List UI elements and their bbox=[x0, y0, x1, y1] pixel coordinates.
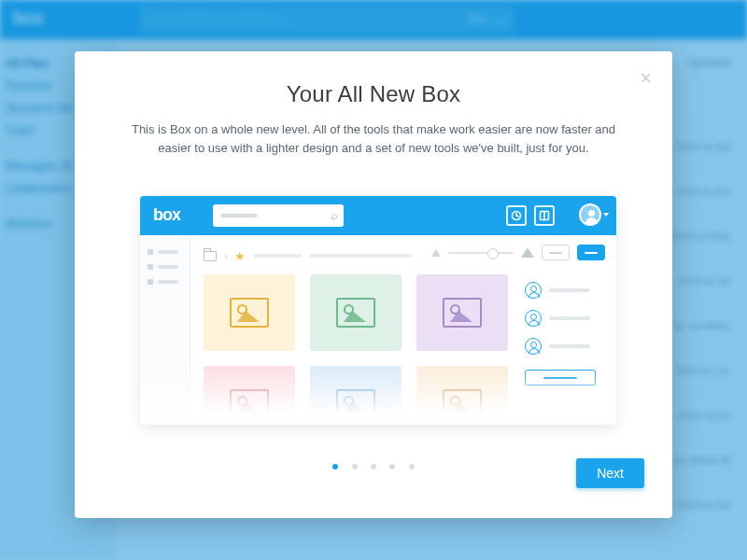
clock-icon bbox=[506, 205, 527, 226]
user-icon bbox=[525, 282, 542, 299]
step-dot-1[interactable] bbox=[332, 464, 338, 469]
panel-icon bbox=[534, 205, 555, 226]
next-button[interactable]: Next bbox=[576, 458, 644, 488]
list-view-icon bbox=[542, 245, 570, 260]
image-icon bbox=[443, 298, 482, 328]
image-icon bbox=[230, 298, 269, 328]
preview-logo: box bbox=[153, 205, 180, 225]
preview-topbar: box ⌕ bbox=[140, 196, 616, 235]
preview-sidebar bbox=[140, 235, 190, 425]
chevron-down-icon bbox=[603, 213, 609, 217]
image-icon bbox=[336, 389, 375, 419]
preview-grid bbox=[204, 274, 512, 425]
step-dot-3[interactable] bbox=[371, 464, 376, 469]
preview-invite-button bbox=[525, 370, 596, 385]
step-dot-2[interactable] bbox=[352, 464, 358, 469]
preview-tile bbox=[416, 274, 508, 351]
preview-toolbar bbox=[431, 245, 605, 260]
product-preview: box ⌕ › ★ bbox=[140, 196, 616, 425]
preview-person bbox=[525, 338, 599, 355]
image-icon bbox=[230, 389, 269, 419]
image-icon bbox=[336, 298, 375, 328]
user-icon bbox=[525, 338, 542, 355]
preview-person bbox=[525, 310, 599, 327]
user-icon bbox=[525, 310, 542, 327]
modal-body-text: This is Box on a whole new level. All of… bbox=[131, 120, 616, 158]
avatar-icon bbox=[579, 203, 601, 226]
preview-side-item bbox=[140, 259, 190, 274]
preview-tile bbox=[204, 274, 295, 351]
chevron-right-icon: › bbox=[224, 251, 227, 261]
thumbnail-small-icon bbox=[431, 249, 441, 257]
preview-tile bbox=[416, 366, 508, 425]
grid-view-icon bbox=[577, 245, 605, 260]
star-icon: ★ bbox=[234, 249, 246, 263]
preview-search-field: ⌕ bbox=[213, 204, 344, 227]
folder-icon bbox=[204, 251, 217, 261]
preview-person bbox=[525, 282, 599, 299]
preview-tile bbox=[310, 366, 402, 425]
step-dot-5[interactable] bbox=[409, 464, 415, 469]
step-dot-4[interactable] bbox=[389, 464, 395, 469]
search-icon: ⌕ bbox=[331, 208, 338, 222]
zoom-slider bbox=[448, 252, 514, 254]
preview-side-item bbox=[140, 274, 190, 289]
preview-people-list bbox=[525, 282, 599, 385]
close-button[interactable]: × bbox=[640, 68, 652, 89]
preview-side-item bbox=[140, 245, 190, 259]
preview-tile bbox=[310, 274, 402, 351]
onboarding-modal: × Your All New Box This is Box on a whol… bbox=[75, 51, 672, 518]
modal-title: Your All New Box bbox=[75, 81, 672, 107]
thumbnail-large-icon bbox=[521, 247, 534, 258]
preview-tile bbox=[204, 366, 295, 425]
image-icon bbox=[443, 389, 482, 419]
